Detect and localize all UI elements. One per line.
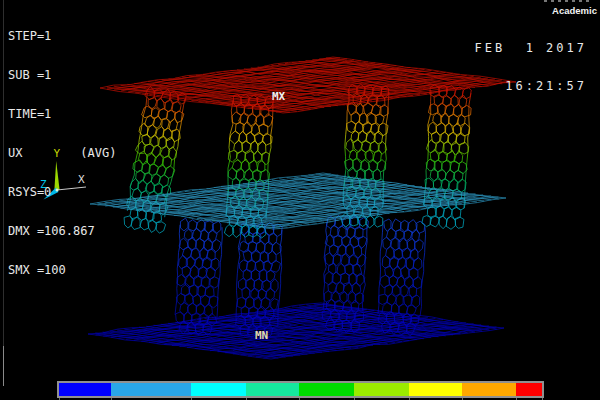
contour-band-6	[354, 383, 409, 396]
info-step: STEP=1	[8, 30, 116, 43]
graphene-sheet-top	[100, 57, 516, 113]
result-info-block: STEP=1 SUB =1 TIME=1 UX (AVG) RSYS=0 DMX…	[8, 4, 116, 303]
contour-band-3	[191, 383, 246, 396]
datetime-block: FEB 1 2017 16:21:57	[475, 17, 587, 117]
contour-band-4	[246, 383, 299, 396]
info-rsys: RSYS=0	[8, 186, 116, 199]
graphene-sheet-bottom	[88, 303, 504, 359]
clipped-text-sliver	[544, 0, 592, 2]
info-sub: SUB =1	[8, 69, 116, 82]
date-label: FEB 1 2017	[475, 42, 587, 55]
info-smx: SMX =100	[8, 264, 116, 277]
info-time: TIME=1	[8, 108, 116, 121]
info-component: UX (AVG)	[8, 147, 116, 160]
ansys-graphics-window: Y X Z MXMN STEP=1 SUB =1 TIME=1 UX (AVG)…	[0, 0, 600, 400]
info-dmx: DMX =106.867	[8, 225, 116, 238]
contour-band-8	[462, 383, 516, 396]
contour-band-2	[111, 383, 191, 396]
contour-band-9	[516, 383, 542, 396]
contour-band-7	[409, 383, 462, 396]
nanotube-upper-1	[124, 86, 186, 233]
contour-band-5	[299, 383, 354, 396]
academic-badge: Academic	[552, 5, 597, 16]
max-node-label: MX	[272, 90, 286, 103]
contour-legend-bar	[57, 381, 544, 398]
time-label: 16:21:57	[475, 80, 587, 93]
min-node-label: MN	[255, 329, 268, 342]
contour-band-1	[59, 383, 111, 396]
